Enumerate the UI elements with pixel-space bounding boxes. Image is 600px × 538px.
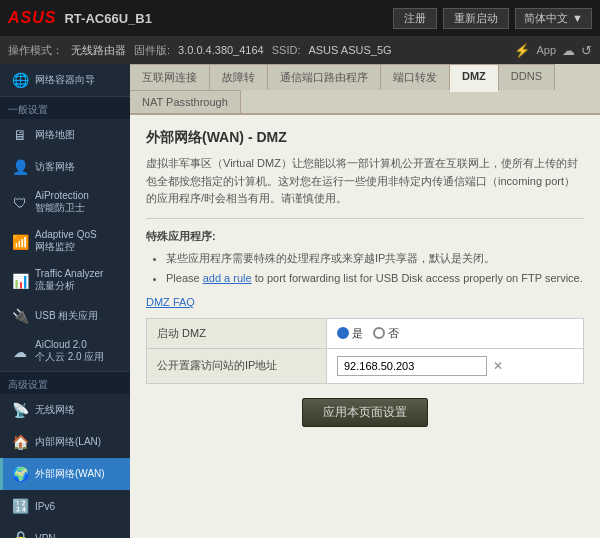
sidebar-label-network-wizard: 网络容器向导	[35, 73, 95, 87]
list-item: 某些应用程序需要特殊的处理程序或来穿越IP共享器，默认是关闭。	[166, 250, 584, 267]
network-wizard-icon: 🌐	[11, 71, 29, 89]
ssid-label: SSID:	[272, 44, 301, 56]
sidebar-item-traffic-analyzer[interactable]: 📊 Traffic Analyzer流量分析	[0, 261, 130, 300]
radio-yes-btn[interactable]	[337, 327, 349, 339]
network-map-icon: 🖥	[11, 126, 29, 144]
sidebar-label-aiprotection: AiProtection智能防卫士	[35, 190, 89, 215]
sidebar-item-aiprotection[interactable]: 🛡 AiProtection智能防卫士	[0, 183, 130, 222]
aiprotection-icon: 🛡	[11, 194, 29, 212]
section-advanced-label: 高级设置	[0, 371, 130, 394]
sidebar-item-guest-network[interactable]: 👤 访客网络	[0, 151, 130, 183]
dmz-enable-radio-group: 是 否	[337, 326, 573, 341]
sidebar-item-vpn[interactable]: 🔒 VPN	[0, 522, 130, 538]
model-name: RT-AC66U_B1	[64, 11, 151, 26]
sidebar-item-usb-app[interactable]: 🔌 USB 相关应用	[0, 300, 130, 332]
ipv6-icon: 🔢	[11, 497, 29, 515]
usb-app-icon: 🔌	[11, 307, 29, 325]
fw-value: 3.0.0.4.380_4164	[178, 44, 264, 56]
section-general-label: 一般设置	[0, 96, 130, 119]
sidebar-label-usb-app: USB 相关应用	[35, 309, 98, 323]
faq-link[interactable]: DMZ FAQ	[146, 296, 195, 308]
restart-button[interactable]: 重新启动	[443, 8, 509, 29]
radio-no[interactable]: 否	[373, 326, 399, 341]
dmz-enable-value: 是 否	[327, 318, 584, 348]
power-icon: ↺	[581, 43, 592, 58]
sidebar-item-wireless[interactable]: 📡 无线网络	[0, 394, 130, 426]
guest-network-icon: 👤	[11, 158, 29, 176]
special-usage-label: 特殊应用程序:	[146, 229, 584, 244]
main-layout: 🌐 网络容器向导 一般设置 🖥 网络地图 👤 访客网络 🛡 AiProtecti…	[0, 64, 600, 538]
sidebar-item-adaptive-qos[interactable]: 📶 Adaptive QoS网络监控	[0, 222, 130, 261]
app-icon: App	[536, 44, 556, 56]
radio-no-btn[interactable]	[373, 327, 385, 339]
sidebar-label-adaptive-qos: Adaptive QoS网络监控	[35, 229, 97, 254]
wireless-icon: 📡	[11, 401, 29, 419]
sidebar-label-lan: 内部网络(LAN)	[35, 435, 101, 449]
dmz-ip-value: ✕	[327, 348, 584, 383]
apply-button[interactable]: 应用本页面设置	[302, 398, 428, 427]
dmz-enable-row: 启动 DMZ 是 否	[147, 318, 584, 348]
wan-icon: 🌍	[11, 465, 29, 483]
page-content: 外部网络(WAN) - DMZ 虚拟非军事区（Virtual DMZ）让您能以将…	[130, 115, 600, 441]
page-description: 虚拟非军事区（Virtual DMZ）让您能以将一部计算机公开置在互联网上，使所…	[146, 155, 584, 219]
sidebar-label-network-map: 网络地图	[35, 128, 75, 142]
cloud-icon: ☁	[562, 43, 575, 58]
apply-btn-row: 应用本页面设置	[146, 398, 584, 427]
dmz-ip-row: 公开置露访问站的IP地址 ✕	[147, 348, 584, 383]
status-bar: 操作模式： 无线路由器 固件版: 3.0.0.4.380_4164 SSID: …	[0, 36, 600, 64]
top-bar: ASUS RT-AC66U_B1 注册 重新启动 简体中文 ▼	[0, 0, 600, 36]
add-rule-link[interactable]: add a rule	[203, 272, 252, 284]
sidebar: 🌐 网络容器向导 一般设置 🖥 网络地图 👤 访客网络 🛡 AiProtecti…	[0, 64, 130, 538]
dmz-ip-label: 公开置露访问站的IP地址	[147, 348, 327, 383]
sidebar-item-wan[interactable]: 🌍 外部网络(WAN)	[0, 458, 130, 490]
lan-icon: 🏠	[11, 433, 29, 451]
sidebar-label-traffic-analyzer: Traffic Analyzer流量分析	[35, 268, 103, 293]
wifi-icon: ⚡	[514, 43, 530, 58]
dmz-form: 启动 DMZ 是 否	[146, 318, 584, 384]
sidebar-label-vpn: VPN	[35, 533, 56, 539]
sidebar-label-wireless: 无线网络	[35, 403, 75, 417]
sidebar-item-ipv6[interactable]: 🔢 IPv6	[0, 490, 130, 522]
tab-port-routing[interactable]: 通信端口路由程序	[268, 64, 381, 90]
asus-logo: ASUS	[8, 9, 56, 27]
tab-nat-passthrough[interactable]: NAT Passthrough	[130, 90, 241, 113]
bullet-list: 某些应用程序需要特殊的处理程序或来穿越IP共享器，默认是关闭。 Please a…	[146, 250, 584, 287]
list-item: Please add a rule to port forwarding lis…	[166, 270, 584, 287]
fw-label: 固件版:	[134, 43, 170, 58]
ip-input-row: ✕	[337, 356, 573, 376]
clear-ip-button[interactable]: ✕	[493, 359, 503, 373]
vpn-icon: 🔒	[11, 529, 29, 538]
sidebar-label-aicloud: AiCloud 2.0个人云 2.0 应用	[35, 339, 104, 364]
tab-port-forward[interactable]: 端口转发	[381, 64, 450, 90]
sidebar-label-guest-network: 访客网络	[35, 160, 75, 174]
sidebar-item-network-map[interactable]: 🖥 网络地图	[0, 119, 130, 151]
aicloud-icon: ☁	[11, 343, 29, 361]
sidebar-item-network-wizard[interactable]: 🌐 网络容器向导	[0, 64, 130, 96]
adaptive-qos-icon: 📶	[11, 233, 29, 251]
page-title: 外部网络(WAN) - DMZ	[146, 129, 584, 147]
language-button[interactable]: 简体中文 ▼	[515, 8, 592, 29]
tab-ddns[interactable]: DDNS	[499, 64, 555, 90]
sidebar-label-ipv6: IPv6	[35, 501, 55, 512]
status-icons: ⚡ App ☁ ↺	[514, 43, 592, 58]
sidebar-label-wan: 外部网络(WAN)	[35, 467, 105, 481]
content-area: 互联网连接 故障转 通信端口路由程序 端口转发 DMZ DDNS NAT Pas…	[130, 64, 600, 538]
tab-failover[interactable]: 故障转	[210, 64, 268, 90]
chevron-down-icon: ▼	[572, 12, 583, 24]
ssid-value: ASUS ASUS_5G	[308, 44, 391, 56]
mode-label: 操作模式：	[8, 43, 63, 58]
tab-dmz[interactable]: DMZ	[450, 64, 499, 92]
traffic-analyzer-icon: 📊	[11, 272, 29, 290]
dmz-ip-input[interactable]	[337, 356, 487, 376]
sidebar-item-aicloud[interactable]: ☁ AiCloud 2.0个人云 2.0 应用	[0, 332, 130, 371]
sidebar-item-lan[interactable]: 🏠 内部网络(LAN)	[0, 426, 130, 458]
radio-yes[interactable]: 是	[337, 326, 363, 341]
mode-value: 无线路由器	[71, 43, 126, 58]
dmz-enable-label: 启动 DMZ	[147, 318, 327, 348]
register-button[interactable]: 注册	[393, 8, 437, 29]
tabs: 互联网连接 故障转 通信端口路由程序 端口转发 DMZ DDNS NAT Pas…	[130, 64, 600, 115]
tab-internet[interactable]: 互联网连接	[130, 64, 210, 90]
